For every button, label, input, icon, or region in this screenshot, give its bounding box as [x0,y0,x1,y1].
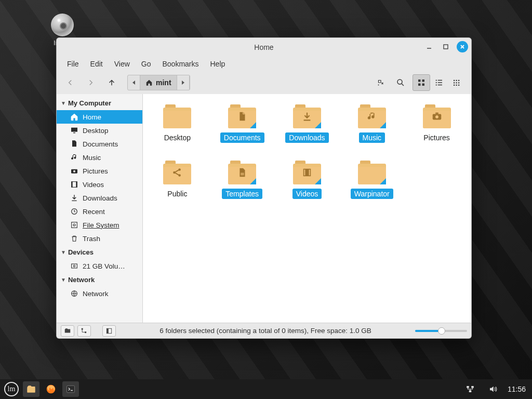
svg-rect-1 [444,45,448,49]
compact-icon [452,78,461,87]
sidebar-item-home[interactable]: Home [57,110,142,124]
zoom-thumb[interactable] [438,327,445,335]
sidebar-item-label: Videos [83,181,104,189]
sidebar-item-label: File System [83,221,119,229]
menu-view[interactable]: View [109,58,135,70]
folder-item[interactable]: Templates [214,161,271,199]
svg-rect-32 [76,182,77,188]
home-icon [70,113,78,121]
tray-network[interactable] [462,381,478,397]
clock-icon [70,207,78,216]
list-icon [434,78,444,87]
forward-button[interactable] [83,74,99,91]
folder-item[interactable]: Videos [278,161,336,199]
search-button[interactable] [392,74,409,91]
svg-point-29 [73,170,75,172]
sidebar-item-documents[interactable]: Documents [57,137,142,151]
arrow-right-icon [86,78,96,87]
show-tree-button[interactable] [77,325,91,337]
toggle-location-button[interactable] [373,74,389,91]
svg-rect-57 [467,386,469,388]
folder-item[interactable]: Music [343,104,401,143]
svg-point-11 [436,79,437,81]
share-icon [163,161,191,184]
menu-help[interactable]: Help [205,58,231,70]
svg-rect-34 [72,222,77,228]
toolbar: mint [57,71,471,94]
sidebar-item-pictures[interactable]: Pictures [57,164,142,178]
folder-view[interactable]: DesktopDocumentsDownloadsMusicPicturesPu… [143,94,471,323]
titlebar[interactable]: Home [57,38,471,57]
sidebar-item-network[interactable]: Network [57,287,142,300]
folder-icon [358,161,386,184]
triangle-left-icon [130,79,138,86]
sidebar-item-music[interactable]: Music [57,151,142,164]
svg-rect-16 [438,85,442,86]
sidebar-item-desktop[interactable]: Desktop [57,124,142,137]
path-segment-home[interactable]: mint [140,75,177,90]
path-next-button[interactable] [177,75,190,90]
terminal-icon [65,384,76,394]
tray-volume[interactable] [485,381,501,397]
folder-icon [228,104,256,128]
sidebar-section-computer[interactable]: ▼ My Computer [57,96,142,110]
menu-bookmarks[interactable]: Bookmarks [157,58,204,70]
path-bar: mint [127,75,190,90]
zoom-slider[interactable] [415,327,467,335]
sidebar-item-label: 21 GB Volu… [83,262,125,270]
folder-icon [26,384,36,394]
sidebar-item-downloads[interactable]: Downloads [57,191,142,205]
show-places-button[interactable] [61,325,74,337]
path-prev-button[interactable] [128,75,140,90]
file-manager-window: Home File Edit View Go Bookmarks Help [56,37,472,339]
sidebar-section-devices[interactable]: ▼ Devices [57,245,142,259]
svg-rect-24 [456,85,457,86]
compact-view-button[interactable] [448,74,466,91]
selection-corner-icon [315,122,321,128]
menu-button[interactable]: lm [3,381,20,397]
folder-item[interactable]: Documents [214,104,271,143]
sidebar-section-network[interactable]: ▼ Network [57,273,142,287]
search-icon [396,78,405,87]
close-button[interactable] [457,41,468,52]
folder-icon [423,104,451,128]
up-button[interactable] [103,74,120,91]
folder-item[interactable]: Downloads [278,104,336,143]
sidebar-item-recent[interactable]: Recent [57,205,142,218]
desktop-wallpaper[interactable]: Install Home File Edit View Go Bookm [0,0,532,399]
trash-icon [70,234,78,243]
folder-item[interactable]: Warpinator [343,161,401,199]
taskbar-firefox[interactable] [43,381,59,397]
menu-edit[interactable]: Edit [85,58,108,70]
svg-rect-9 [418,84,421,86]
clock[interactable]: 11:56 [508,385,526,393]
svg-point-37 [73,265,75,267]
folder-item[interactable]: Pictures [408,104,466,143]
folder-item[interactable]: Desktop [149,104,206,143]
statusbar: 6 folders selected (containing a total o… [57,323,471,338]
svg-rect-25 [458,85,459,86]
sidebar-item-label: Trash [83,235,100,243]
maximize-button[interactable] [440,41,451,52]
menu-file[interactable]: File [62,58,84,70]
sidebar-item-trash[interactable]: Trash [57,232,142,245]
taskbar-files[interactable] [23,381,39,397]
sidebar-item-volume[interactable]: 21 GB Volu… [57,259,142,273]
back-button[interactable] [62,74,78,91]
svg-rect-20 [454,82,455,83]
sidebar-item-videos[interactable]: Videos [57,178,142,191]
sidebar-item-label: Pictures [83,167,108,175]
sidebar-item-filesystem[interactable]: File System [57,218,142,232]
folder-icon [293,104,321,128]
icon-view-button[interactable] [413,74,430,91]
window-controls [423,41,468,52]
minimize-button[interactable] [423,41,435,52]
taskbar-terminal[interactable] [62,381,79,397]
disc-icon [51,14,74,36]
sidebar-item-label: Home [83,113,101,121]
menu-go[interactable]: Go [136,58,156,70]
folder-item[interactable]: Public [149,161,206,199]
svg-rect-45 [241,173,244,174]
toggle-sidebar-button[interactable] [102,325,116,337]
list-view-button[interactable] [430,74,448,91]
